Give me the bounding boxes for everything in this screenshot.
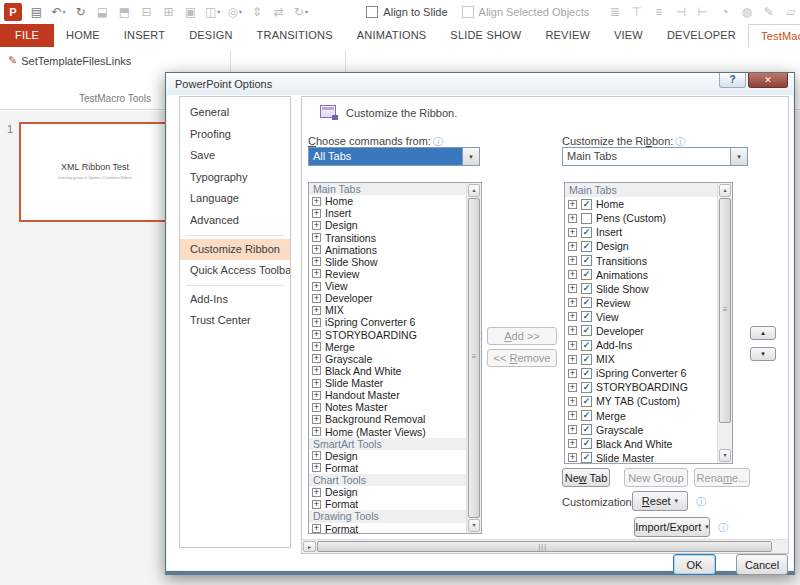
expand-icon[interactable]: + <box>312 391 321 400</box>
expand-icon[interactable]: + <box>312 197 321 206</box>
expand-icon[interactable]: + <box>312 524 321 533</box>
expand-icon[interactable]: + <box>312 269 321 278</box>
list-item-review[interactable]: +Review <box>309 268 466 280</box>
nav-typography[interactable]: Typography <box>180 167 290 189</box>
expand-icon[interactable]: + <box>568 341 577 350</box>
checkbox[interactable]: ✓ <box>581 368 592 379</box>
size-position-icon[interactable]: ⇕ <box>249 4 264 20</box>
expand-icon[interactable]: + <box>312 342 321 351</box>
add-button[interactable]: Add >> <box>487 327 557 345</box>
expand-icon[interactable]: + <box>568 369 577 378</box>
list-item-black-and-white[interactable]: +✓Black And White <box>565 437 717 451</box>
outline-icon[interactable]: ≡ <box>651 4 666 20</box>
list-item-animations[interactable]: +✓Animations <box>565 268 717 282</box>
list-item-developer[interactable]: +Developer <box>309 292 466 304</box>
expand-icon[interactable]: + <box>312 451 321 460</box>
list-item-slide-show[interactable]: +✓Slide Show <box>565 282 717 296</box>
indent-left-icon[interactable]: ⊣ <box>673 4 688 20</box>
paste-icon[interactable]: ▱ <box>783 4 798 20</box>
scroll-thumb[interactable] <box>317 541 772 552</box>
chevron-down-icon[interactable]: ▾ <box>730 148 747 165</box>
expand-icon[interactable]: + <box>312 379 321 388</box>
checkbox[interactable]: ✓ <box>581 199 592 210</box>
expand-icon[interactable]: + <box>312 330 321 339</box>
expand-icon[interactable]: + <box>312 354 321 363</box>
list-item-storyboarding[interactable]: +✓STORYBOARDING <box>565 380 717 394</box>
horizontal-scrollbar[interactable]: ◂ ▸ <box>302 539 788 553</box>
expand-icon[interactable]: + <box>568 228 577 237</box>
ok-button[interactable]: OK <box>673 554 716 575</box>
list-item-merge[interactable]: +✓Merge <box>565 409 717 423</box>
set-template-files-links-button[interactable]: ✎ SetTemplateFilesLinks <box>8 54 131 67</box>
expand-icon[interactable]: + <box>312 282 321 291</box>
expand-icon[interactable]: + <box>568 425 577 434</box>
checkbox[interactable]: ✓ <box>581 340 592 351</box>
rename-button[interactable]: Rename... <box>694 468 750 487</box>
checkbox[interactable]: ✓ <box>581 227 592 238</box>
customize-ribbon-dropdown[interactable]: Main Tabs ▾ <box>562 147 748 166</box>
list-item-transitions[interactable]: +Transitions <box>309 232 466 244</box>
list-item-animations[interactable]: +Animations <box>309 244 466 256</box>
expand-icon[interactable]: + <box>568 242 577 251</box>
nav-general[interactable]: General <box>180 102 290 124</box>
list-item-storyboarding[interactable]: +STORYBOARDING <box>309 329 466 341</box>
checkbox[interactable]: ✓ <box>581 354 592 365</box>
checkbox[interactable]: ✓ <box>581 382 592 393</box>
list-item-design[interactable]: +Design <box>309 219 466 231</box>
checkbox[interactable]: ✓ <box>581 438 592 449</box>
list-item-pens-custom[interactable]: +Pens (Custom) <box>565 211 717 225</box>
expand-icon[interactable]: + <box>568 270 577 279</box>
save-icon[interactable]: ▤ <box>29 4 44 20</box>
list-item-slide-show[interactable]: +Slide Show <box>309 256 466 268</box>
expand-icon[interactable]: + <box>312 257 321 266</box>
checkbox[interactable]: ✓ <box>581 297 592 308</box>
checkbox[interactable]: ✓ <box>581 396 592 407</box>
list-item-notes-master[interactable]: +Notes Master <box>309 401 466 413</box>
checkbox[interactable]: ✓ <box>581 325 592 336</box>
expand-icon[interactable]: + <box>568 214 577 223</box>
undo-icon[interactable]: ↶▾ <box>51 4 66 21</box>
checkbox[interactable]: ✓ <box>581 311 592 322</box>
expand-icon[interactable]: + <box>312 294 321 303</box>
expand-icon[interactable]: + <box>568 298 577 307</box>
tab-review[interactable]: REVIEW <box>533 24 602 47</box>
list-item-review[interactable]: +✓Review <box>565 296 717 310</box>
tab-view[interactable]: VIEW <box>602 24 655 47</box>
list-item-mix[interactable]: +✓MIX <box>565 352 717 366</box>
expand-icon[interactable]: + <box>312 245 321 254</box>
expand-icon[interactable]: + <box>312 233 321 242</box>
import-export-button[interactable]: Import/Export▾ <box>634 517 710 537</box>
expand-icon[interactable]: + <box>312 221 321 230</box>
group-icon[interactable]: ◫▾ <box>205 4 220 21</box>
list-item-slide-master[interactable]: +✓Slide Master <box>565 451 717 463</box>
list-item-format[interactable]: +Format <box>309 523 466 534</box>
expand-icon[interactable]: + <box>312 403 321 412</box>
expand-icon[interactable]: + <box>312 463 321 472</box>
move-down-button[interactable]: ▾ <box>750 347 776 361</box>
ribbon-tabs-list-scrollbar[interactable]: ▴ ▾ <box>717 183 732 463</box>
tab-developer[interactable]: DEVELOPER <box>655 24 748 47</box>
nav-add-ins[interactable]: Add-Ins <box>180 289 290 311</box>
checkbox[interactable]: ✓ <box>581 283 592 294</box>
choose-commands-dropdown[interactable]: All Tabs ▾ <box>308 147 480 166</box>
expand-icon[interactable]: + <box>312 500 321 509</box>
flip-icon[interactable]: ⇄ <box>271 4 286 20</box>
list-item-background-removal[interactable]: +Background Removal <box>309 413 466 425</box>
list-item-grayscale[interactable]: +Grayscale <box>309 353 466 365</box>
expand-icon[interactable]: + <box>568 439 577 448</box>
powerpoint-logo[interactable]: P <box>4 3 22 21</box>
list-item-view[interactable]: +✓View <box>565 310 717 324</box>
expand-icon[interactable]: + <box>568 312 577 321</box>
tab-insert[interactable]: INSERT <box>112 24 177 47</box>
nav-quick-access-toolbar[interactable]: Quick Access Toolbar <box>180 260 290 282</box>
tab-transitions[interactable]: TRANSITIONS <box>245 24 345 47</box>
indent-right-icon[interactable]: ⊢ <box>695 4 710 20</box>
new-tab-button[interactable]: New Tab <box>562 468 610 487</box>
expand-icon[interactable]: + <box>312 415 321 424</box>
list-item-view[interactable]: +View <box>309 280 466 292</box>
globe-icon[interactable]: ◍ <box>739 4 754 20</box>
list-item-format[interactable]: +Format <box>309 498 466 510</box>
record-icon[interactable]: ◔ <box>717 4 732 20</box>
expand-icon[interactable]: + <box>568 256 577 265</box>
send-to-back-icon[interactable]: ⊟ <box>139 4 154 20</box>
